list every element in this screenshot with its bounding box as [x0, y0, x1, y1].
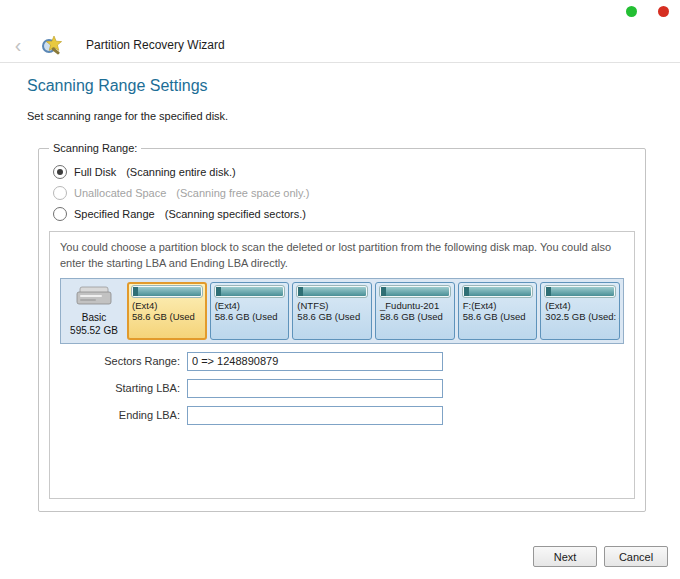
ending-lba-input[interactable] [187, 406, 443, 425]
specified-range-label: Specified Range [74, 208, 155, 220]
partition-usage-bar [297, 286, 367, 297]
partition-label: (Ext4) [215, 300, 285, 311]
partition-size: 58.6 GB (Used [132, 311, 202, 322]
starting-lba-input[interactable] [187, 379, 443, 398]
back-button[interactable]: ‹ [10, 35, 26, 55]
disk-size: 595.52 GB [70, 325, 118, 338]
disk-map-description: You could choose a partition block to sc… [60, 240, 624, 272]
radio-row-full-disk[interactable]: Full Disk (Scanning entire disk.) [53, 161, 645, 182]
ending-lba-row: Ending LBA: [50, 406, 634, 425]
specified-range-radio[interactable] [53, 207, 67, 221]
sectors-range-row: Sectors Range: [50, 352, 634, 371]
window-title: Partition Recovery Wizard [86, 38, 225, 52]
partition-size: 58.6 GB (Used [297, 311, 367, 322]
unallocated-space-hint: (Scanning free space only.) [176, 187, 309, 199]
header-divider [0, 62, 680, 63]
disk-map-panel: You could choose a partition block to sc… [49, 231, 635, 499]
partition-size: 302.5 GB (Used: 3%) [545, 311, 615, 322]
disk-summary: Basic 595.52 GB [64, 282, 124, 340]
cancel-button[interactable]: Cancel [604, 546, 668, 567]
partition-block-3[interactable]: (NTFS) 58.6 GB (Used [292, 282, 372, 340]
unallocated-space-radio [53, 186, 67, 200]
starting-lba-label: Starting LBA: [50, 382, 187, 394]
partition-block-6[interactable]: (Ext4) 302.5 GB (Used: 3%) [540, 282, 620, 340]
unallocated-space-label: Unallocated Space [74, 187, 166, 199]
window-control-red[interactable] [658, 6, 669, 17]
partition-label: F:(Ext4) [463, 300, 533, 311]
partition-block-1[interactable]: (Ext4) 58.6 GB (Used [127, 282, 207, 340]
partition-size: 58.6 GB (Used [380, 311, 450, 322]
full-disk-hint: (Scanning entire disk.) [126, 166, 235, 178]
page-title: Scanning Range Settings [27, 77, 208, 95]
ending-lba-label: Ending LBA: [50, 409, 187, 421]
partition-label: _Fuduntu-201 [380, 300, 450, 311]
wizard-icon [40, 34, 64, 56]
radio-row-unallocated-space: Unallocated Space (Scanning free space o… [53, 182, 645, 203]
starting-lba-row: Starting LBA: [50, 379, 634, 398]
partition-usage-bar [380, 286, 450, 297]
partition-label: (NTFS) [297, 300, 367, 311]
full-disk-radio[interactable] [53, 165, 67, 179]
partition-usage-bar [132, 286, 202, 297]
partition-size: 58.6 GB (Used [215, 311, 285, 322]
scanning-range-group-label: Scanning Range: [49, 142, 141, 154]
partition-block-5[interactable]: F:(Ext4) 58.6 GB (Used [458, 282, 538, 340]
partition-usage-bar [545, 286, 615, 297]
window-control-green[interactable] [626, 6, 637, 17]
partition-size: 58.6 GB (Used [463, 311, 533, 322]
partition-block-4[interactable]: _Fuduntu-201 58.6 GB (Used [375, 282, 455, 340]
sectors-range-label: Sectors Range: [50, 355, 187, 367]
partition-label: (Ext4) [545, 300, 615, 311]
disk-map: Basic 595.52 GB (Ext4) 58.6 GB (Used (Ex… [60, 278, 624, 344]
partition-usage-bar [463, 286, 533, 297]
specified-range-hint: (Scanning specified sectors.) [165, 208, 306, 220]
partition-block-2[interactable]: (Ext4) 58.6 GB (Used [210, 282, 290, 340]
scanning-range-groupbox: Scanning Range: Full Disk (Scanning enti… [38, 148, 646, 512]
header-bar: ‹ Partition Recovery Wizard [0, 28, 680, 62]
disk-icon [74, 285, 114, 313]
partition-usage-bar [215, 286, 285, 297]
disk-name: Basic [82, 312, 106, 325]
full-disk-label: Full Disk [74, 166, 116, 178]
sectors-range-input[interactable] [187, 352, 443, 371]
page-subtitle: Set scanning range for the specified dis… [27, 110, 228, 122]
next-button[interactable]: Next [533, 546, 597, 567]
radio-row-specified-range[interactable]: Specified Range (Scanning specified sect… [53, 203, 645, 224]
partition-label: (Ext4) [132, 300, 202, 311]
window-controls [626, 6, 669, 17]
